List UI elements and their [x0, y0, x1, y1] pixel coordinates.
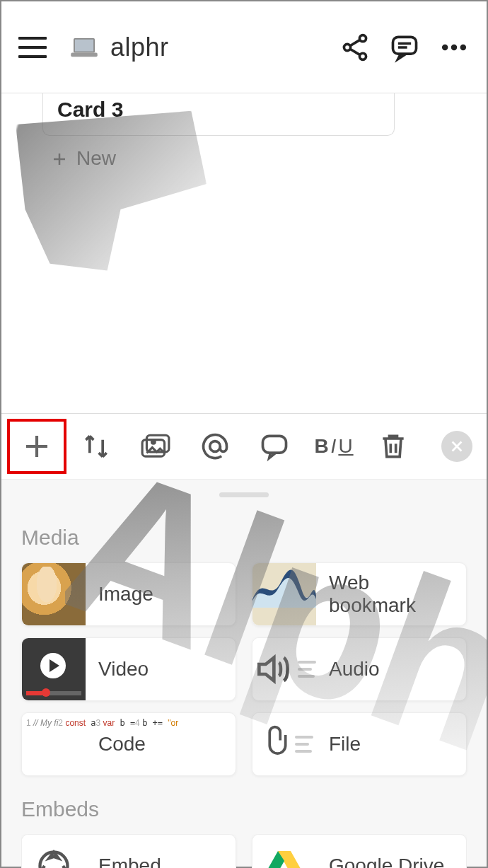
svg-point-5: [359, 53, 366, 59]
app-header: alphr: [1, 1, 487, 93]
web-bookmark-thumb-icon: [252, 562, 316, 626]
new-card-button[interactable]: New: [51, 147, 116, 170]
laptop-icon: [71, 37, 98, 58]
embed-generic-option[interactable]: Embed: [21, 834, 236, 868]
new-label: New: [76, 147, 116, 170]
audio-thumb-icon: [252, 637, 316, 701]
svg-rect-2: [71, 52, 98, 57]
media-section-title: Media: [21, 526, 467, 550]
embed-thumb-icon: [22, 834, 86, 868]
page-title: alphr: [110, 33, 169, 62]
format-text-button[interactable]: B I U: [304, 422, 364, 471]
editor-toolbar: B I U: [1, 413, 487, 480]
image-thumb-icon: [22, 562, 86, 626]
comment-icon[interactable]: [389, 32, 420, 63]
svg-rect-15: [263, 436, 286, 453]
mention-icon[interactable]: [185, 422, 245, 471]
add-block-sheet: Media Image Web bookmark Video: [1, 480, 487, 867]
plus-icon: [51, 150, 68, 167]
gallery-icon[interactable]: [126, 422, 185, 471]
video-thumb-icon: [22, 637, 86, 701]
comment-toolbar-icon[interactable]: [245, 422, 304, 471]
code-thumb-icon: 1 // My fi 2 const a 3 var b = 4 b += "o…: [22, 712, 86, 776]
sheet-handle[interactable]: [219, 492, 269, 497]
embed-google-drive-option[interactable]: Google Drive: [252, 834, 467, 868]
media-file-option[interactable]: File: [252, 712, 467, 776]
embeds-section-title: Embeds: [21, 797, 467, 821]
menu-icon[interactable]: [18, 37, 47, 58]
more-icon[interactable]: [438, 32, 470, 63]
add-block-button[interactable]: [7, 419, 66, 474]
svg-rect-6: [393, 37, 417, 54]
svg-point-9: [460, 44, 466, 50]
google-drive-icon: [252, 834, 316, 868]
media-web-bookmark-option[interactable]: Web bookmark: [252, 562, 467, 626]
svg-point-14: [210, 441, 221, 452]
media-video-option[interactable]: Video: [21, 637, 236, 701]
media-code-option[interactable]: 1 // My fi 2 const a 3 var b = 4 b += "o…: [21, 712, 236, 776]
media-image-option[interactable]: Image: [21, 562, 236, 626]
svg-point-4: [344, 44, 350, 50]
svg-rect-1: [75, 39, 93, 51]
svg-point-3: [359, 35, 366, 41]
svg-point-7: [442, 44, 448, 50]
file-thumb-icon: [252, 712, 316, 776]
transform-icon[interactable]: [66, 422, 126, 471]
close-icon[interactable]: [441, 431, 472, 462]
share-icon[interactable]: [339, 32, 371, 63]
card-item[interactable]: Card 3: [42, 93, 395, 136]
media-audio-option[interactable]: Audio: [252, 637, 467, 701]
svg-point-8: [451, 44, 457, 50]
trash-icon[interactable]: [364, 422, 423, 471]
svg-point-13: [152, 440, 156, 444]
